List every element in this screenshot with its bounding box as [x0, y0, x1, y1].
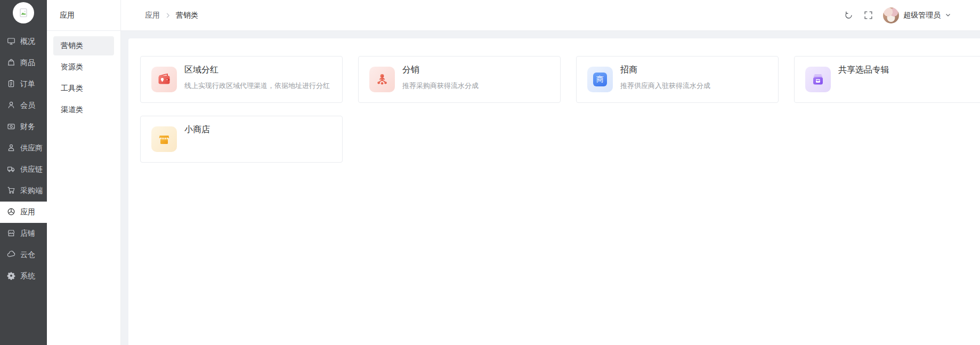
primary-sidebar: 概况 商品 订单 会员 财务 供应商 [0, 0, 47, 345]
main-area: 区域分红 线上实现行政区域代理渠道，依据地址进行分红 [121, 31, 980, 345]
supplier-user-icon [7, 143, 15, 154]
goods-bag-icon [7, 58, 15, 68]
sidebar-item-label: 会员 [20, 101, 35, 110]
sidebar-item-members[interactable]: 会员 [0, 95, 47, 116]
avatar [883, 7, 899, 23]
submenu-item-label: 渠道类 [61, 105, 83, 115]
shared-album-box-icon [805, 67, 831, 92]
system-gear-icon [7, 271, 15, 282]
sidebar-item-label: 系统 [20, 271, 35, 281]
app-card-title: 小商店 [184, 124, 210, 135]
submenu-item-channels[interactable]: 渠道类 [53, 100, 114, 119]
mini-store-icon [151, 126, 177, 152]
submenu-item-label: 资源类 [61, 62, 83, 72]
refresh-icon[interactable] [844, 11, 853, 20]
app-card-title: 分销 [402, 65, 479, 75]
sidebar-item-shop[interactable]: 店铺 [0, 223, 47, 244]
app-card-desc: 线上实现行政区域代理渠道，依据地址进行分红 [184, 82, 330, 90]
app-card-title: 区域分红 [184, 65, 330, 75]
chevron-down-icon [945, 11, 951, 20]
sidebar-item-label: 店铺 [20, 229, 35, 238]
app-card-desc: 推荐采购商获得流水分成 [402, 82, 479, 90]
merchant-invite-icon: 商 [587, 67, 613, 92]
member-user-icon [7, 101, 15, 111]
app-card-title: 共享选品专辑 [838, 65, 889, 75]
apps-wheel-icon [7, 207, 15, 218]
fullscreen-icon[interactable] [863, 11, 873, 20]
app-root: 概况 商品 订单 会员 财务 供应商 [0, 0, 980, 345]
app-card-distribution[interactable]: 分销 推荐采购商获得流水分成 [358, 56, 561, 103]
submenu-item-marketing[interactable]: 营销类 [53, 36, 114, 55]
user-menu[interactable]: 超级管理员 [883, 7, 951, 23]
chevron-right-icon [165, 12, 171, 19]
app-card-desc: 推荐供应商入驻获得流水分成 [620, 82, 710, 90]
app-card-title: 招商 [620, 65, 710, 75]
sidebar-item-apps[interactable]: 应用 [0, 202, 47, 223]
sidebar-item-orders[interactable]: 订单 [0, 74, 47, 95]
app-card-region-dividend[interactable]: 区域分红 线上实现行政区域代理渠道，依据地址进行分红 [140, 56, 343, 103]
secondary-sidebar-title: 应用 [47, 0, 120, 31]
procurement-cart-icon [7, 186, 15, 196]
submenu-item-label: 营销类 [61, 41, 83, 51]
submenu-item-tools[interactable]: 工具类 [53, 79, 114, 98]
shop-storefront-icon [7, 229, 15, 239]
sidebar-item-finance[interactable]: 财务 [0, 116, 47, 138]
topbar: 应用 营销类 超级管理员 [121, 0, 980, 31]
cloud-warehouse-icon [7, 250, 15, 260]
secondary-sidebar: 应用 营销类 资源类 工具类 渠道类 [47, 0, 121, 345]
order-clipboard-icon [7, 79, 15, 90]
monitor-icon [7, 37, 15, 47]
app-card-grid: 区域分红 线上实现行政区域代理渠道，依据地址进行分红 [140, 56, 980, 163]
sidebar-item-label: 商品 [20, 58, 35, 68]
sidebar-item-label: 供应商 [20, 143, 43, 153]
region-dividend-wallet-icon [151, 67, 177, 92]
sidebar-item-suppliers[interactable]: 供应商 [0, 138, 47, 159]
user-name: 超级管理员 [903, 11, 941, 20]
submenu-item-resources[interactable]: 资源类 [53, 58, 114, 77]
sidebar-item-supply-chain[interactable]: 供应链 [0, 159, 47, 180]
content-panel: 区域分红 线上实现行政区域代理渠道，依据地址进行分红 [128, 38, 980, 345]
logo-placeholder-image-icon [13, 2, 34, 23]
finance-wallet-icon [7, 122, 15, 132]
right-column: 应用 营销类 超级管理员 [121, 0, 980, 345]
sidebar-item-label: 概况 [20, 37, 35, 46]
app-card-merchant-invite[interactable]: 商 招商 推荐供应商入驻获得流水分成 [576, 56, 779, 103]
sidebar-item-label: 采购端 [20, 186, 43, 196]
sidebar-item-label: 供应链 [20, 165, 43, 174]
logo[interactable] [0, 0, 47, 23]
submenu-nav: 营销类 资源类 工具类 渠道类 [47, 31, 120, 127]
breadcrumb: 应用 营销类 [145, 11, 198, 20]
supply-chain-truck-icon [7, 165, 15, 175]
sidebar-item-label: 应用 [20, 207, 35, 217]
merchant-glyph: 商 [593, 73, 607, 86]
sidebar-item-system[interactable]: 系统 [0, 266, 47, 287]
sidebar-item-label: 云仓 [20, 250, 35, 260]
topbar-actions: 超级管理员 [844, 7, 951, 23]
breadcrumb-parent[interactable]: 应用 [145, 11, 160, 20]
sidebar-item-overview[interactable]: 概况 [0, 31, 47, 52]
app-card-shared-album[interactable]: 共享选品专辑 [794, 56, 980, 103]
breadcrumb-current: 营销类 [176, 11, 198, 20]
sidebar-item-label: 财务 [20, 122, 35, 132]
sidebar-item-goods[interactable]: 商品 [0, 52, 47, 74]
sidebar-item-cloud-warehouse[interactable]: 云仓 [0, 244, 47, 266]
sidebar-item-procurement[interactable]: 采购端 [0, 180, 47, 202]
distribution-network-icon [369, 67, 395, 92]
primary-nav: 概况 商品 订单 会员 财务 供应商 [0, 31, 47, 287]
sidebar-item-label: 订单 [20, 79, 35, 89]
submenu-item-label: 工具类 [61, 84, 83, 93]
app-card-mini-store[interactable]: 小商店 [140, 116, 343, 163]
